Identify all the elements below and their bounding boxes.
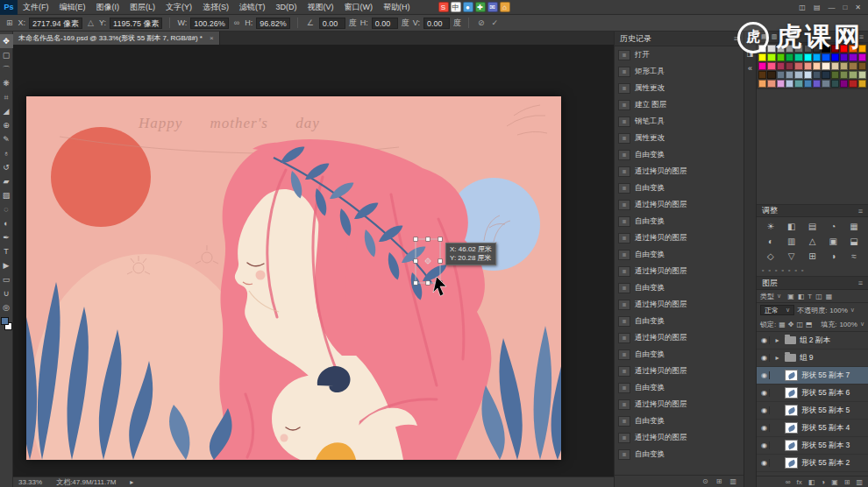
blend-mode-select[interactable]: 正常 ∨ (760, 305, 794, 315)
layers-footer-icon[interactable]: fx (797, 478, 802, 486)
pen-tool[interactable]: ✒ (0, 230, 13, 244)
adjustment-icon[interactable]: ▤ (802, 219, 823, 233)
tray-app-icon[interactable]: 中 (451, 2, 461, 12)
marquee-tool[interactable]: ▢ (0, 48, 13, 62)
eyedropper-tool[interactable]: ◢ (0, 104, 13, 118)
layer-filter-icon[interactable]: ◫ (815, 293, 822, 300)
hand-tool[interactable]: ∪ (0, 286, 13, 300)
window-control[interactable]: — (828, 4, 835, 11)
history-step[interactable]: ≣通过拷贝的图层 (615, 329, 743, 346)
layer-filter-icon[interactable]: ▦ (826, 293, 833, 300)
color-chips[interactable] (1, 317, 12, 330)
adjustment-icon[interactable]: ◐ (760, 234, 781, 248)
history-step[interactable]: ≣矩形工具 (615, 63, 743, 80)
color-swatch[interactable] (858, 80, 866, 88)
history-step[interactable]: ≣自由变换 (615, 379, 743, 396)
color-swatch[interactable] (849, 71, 857, 79)
menu-item[interactable]: 视图(V) (302, 2, 339, 13)
color-swatch[interactable] (794, 62, 802, 70)
layers-footer-icon[interactable]: ⊞ (844, 478, 850, 486)
history-step[interactable]: ≣通过拷贝的图层 (615, 229, 743, 246)
menu-item[interactable]: 滤镜(T) (234, 2, 271, 13)
color-swatch[interactable] (758, 62, 766, 70)
adjustment-icon[interactable]: ≈ (843, 249, 864, 263)
history-footer-icon[interactable]: ⊞ (716, 477, 722, 485)
adjustment-icon[interactable]: ◑ (822, 249, 843, 263)
tray-app-icon[interactable]: ✉ (487, 2, 498, 12)
adjustment-icon[interactable]: ⊞ (802, 249, 823, 263)
menu-item[interactable]: 图层(L) (125, 2, 160, 13)
blur-tool[interactable]: ◌ (0, 202, 13, 216)
history-step[interactable]: ≣自由变换 (615, 213, 743, 229)
menu-item[interactable]: 3D(D) (271, 3, 302, 11)
status-arrow-icon[interactable]: ▸ (130, 478, 133, 486)
y-field[interactable]: 1195.75 像素 (110, 18, 162, 29)
adjustment-icon[interactable]: ◧ (781, 219, 802, 233)
adjustment-preset-icon[interactable]: ▫ (775, 267, 777, 273)
color-swatch[interactable] (822, 62, 829, 70)
tray-app-icon[interactable]: ⌂ (500, 2, 510, 12)
adjustment-icon[interactable]: ▣ (822, 234, 843, 248)
visibility-eye-icon[interactable]: ◉ (759, 459, 770, 467)
crop-tool[interactable]: ⌗ (0, 90, 13, 104)
tray-app-icon[interactable]: S (438, 2, 449, 12)
document-tab[interactable]: 未命名作品名-169.psd @ 33.3%(形状 55 副本 7, RGB/8… (13, 32, 220, 45)
color-swatch[interactable] (831, 80, 839, 88)
color-swatch[interactable] (794, 71, 802, 79)
adjustment-icon[interactable]: ▥ (781, 234, 802, 248)
dodge-tool[interactable]: ◐ (0, 216, 13, 230)
color-swatch[interactable] (822, 80, 829, 88)
type-tool[interactable]: T (0, 244, 13, 258)
titlebar-icon[interactable]: ◫ (799, 4, 806, 11)
layers-footer-icon[interactable]: ◑ (821, 478, 825, 486)
tab-layers[interactable]: 图层 (762, 278, 778, 289)
eraser-tool[interactable]: ▰ (0, 174, 13, 188)
layer-row[interactable]: ◉▸组 2 副本 (757, 332, 868, 349)
collapse-panels-icon[interactable]: « (748, 64, 752, 73)
history-step[interactable]: ≣自由变换 (615, 279, 743, 296)
history-step[interactable]: ≣建立 图层 (615, 96, 743, 113)
color-swatch[interactable] (813, 80, 821, 88)
chevron-down-icon[interactable]: ∨ (777, 293, 781, 300)
history-footer-icon[interactable]: ▥ (729, 477, 736, 485)
tab-adjustments[interactable]: 调整 (762, 205, 778, 216)
path-select-tool[interactable]: ▶ (0, 258, 13, 272)
color-swatch[interactable] (849, 62, 857, 70)
color-swatch[interactable] (822, 71, 829, 79)
history-step[interactable]: ≣自由变换 (615, 146, 743, 163)
color-swatch[interactable] (813, 62, 821, 70)
color-swatch[interactable] (804, 62, 812, 70)
zoom-tool[interactable]: ◎ (0, 300, 13, 314)
visibility-eye-icon[interactable]: ◉ (759, 424, 770, 432)
history-step[interactable]: ≣自由变换 (615, 413, 743, 429)
menu-item[interactable]: 文字(Y) (160, 2, 197, 13)
layers-footer-icon[interactable]: ▣ (831, 478, 838, 486)
color-swatch[interactable] (840, 71, 848, 79)
visibility-eye-icon[interactable]: ◉ (759, 389, 770, 397)
adjustment-icon[interactable]: ⬓ (843, 234, 864, 248)
color-swatch[interactable] (804, 71, 812, 79)
layer-row[interactable]: ◉形状 55 副本 4 (757, 420, 868, 437)
vskew-field[interactable]: 0.00 (423, 18, 450, 29)
adjustment-preset-icon[interactable]: ▫ (794, 267, 796, 273)
tray-app-icon[interactable]: ✚ (475, 2, 486, 12)
panel-menu-icon[interactable]: ≡ (858, 207, 863, 215)
color-swatch[interactable] (758, 80, 766, 88)
color-swatch[interactable] (767, 62, 775, 70)
layers-footer-icon[interactable]: ∞ (786, 478, 791, 486)
relative-position-icon[interactable]: △ (86, 18, 96, 27)
opacity-value[interactable]: 100% (829, 307, 847, 314)
brush-tool[interactable]: ✎ (0, 132, 13, 146)
move-tool[interactable]: ✥ (0, 34, 13, 48)
visibility-eye-icon[interactable]: ◉ (759, 406, 770, 414)
group-expander-icon[interactable]: ▸ (773, 354, 781, 362)
height-field[interactable]: 96.82% (256, 18, 290, 29)
history-step[interactable]: ≣通过拷贝的图层 (615, 363, 743, 379)
layer-row[interactable]: ◉形状 55 副本 6 (757, 385, 868, 402)
visibility-eye-icon[interactable]: ◉ (759, 336, 770, 344)
adjustment-preset-icon[interactable]: ▫ (781, 267, 783, 273)
chevron-down-icon[interactable]: ∨ (860, 321, 864, 328)
adjustment-icon[interactable]: △ (802, 234, 823, 248)
history-step[interactable]: ≣自由变换 (615, 246, 743, 263)
cancel-transform-icon[interactable]: ⊘ (476, 18, 487, 27)
